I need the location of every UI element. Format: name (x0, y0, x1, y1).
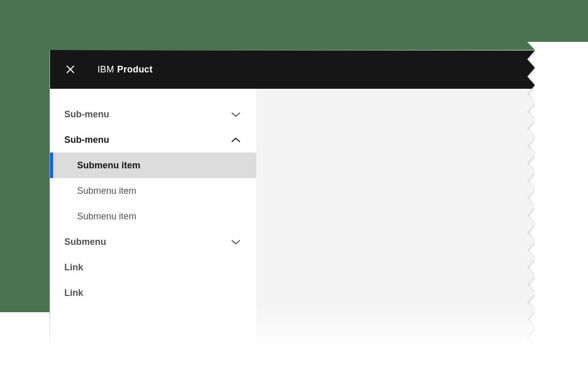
close-icon (65, 64, 76, 74)
sidenav-submenu-item[interactable]: Submenu item (50, 178, 256, 204)
panel-shadow: IBMProduct Sub-menu Sub-menu (50, 50, 535, 353)
header-bar: IBMProduct (50, 50, 535, 89)
sidenav-item-label: Link (64, 262, 83, 273)
chevron-down-icon (231, 239, 241, 245)
sidenav-item-label: Submenu (64, 237, 106, 247)
sidenav-item-label: Sub-menu (64, 135, 109, 145)
product-name: Product (117, 64, 153, 74)
main-content (256, 89, 535, 353)
chevron-down-icon (231, 112, 241, 117)
panel: IBMProduct Sub-menu Sub-menu (50, 50, 535, 353)
header-title: IBMProduct (97, 64, 153, 75)
sidenav-item-label: Submenu item (77, 211, 136, 222)
sidenav-item-label: Sub-menu (64, 109, 109, 120)
sidenav-link[interactable]: Link (50, 280, 256, 306)
panel-body: Sub-menu Sub-menu Submen (50, 89, 535, 353)
sidenav-item-label: Link (64, 288, 83, 298)
page-background: IBMProduct Sub-menu Sub-menu (0, 0, 588, 377)
sidenav-item-label: Submenu item (77, 160, 140, 171)
side-nav: Sub-menu Sub-menu Submen (50, 89, 256, 353)
brand-name: IBM (97, 64, 114, 74)
ui-shell-panel: IBMProduct Sub-menu Sub-menu (50, 50, 535, 353)
sidenav-link[interactable]: Link (50, 255, 256, 280)
sidenav-submenu-toggle[interactable]: Submenu (50, 229, 256, 255)
sidenav-submenu-toggle-expanded[interactable]: Sub-menu (50, 127, 256, 153)
close-button[interactable] (50, 50, 91, 89)
sidenav-submenu-toggle[interactable]: Sub-menu (50, 102, 256, 127)
sidenav-submenu-item-selected[interactable]: Submenu item (50, 153, 256, 178)
sidenav-submenu-item[interactable]: Submenu item (50, 204, 256, 229)
chevron-up-icon (231, 137, 241, 143)
sidenav-item-label: Submenu item (77, 186, 136, 196)
